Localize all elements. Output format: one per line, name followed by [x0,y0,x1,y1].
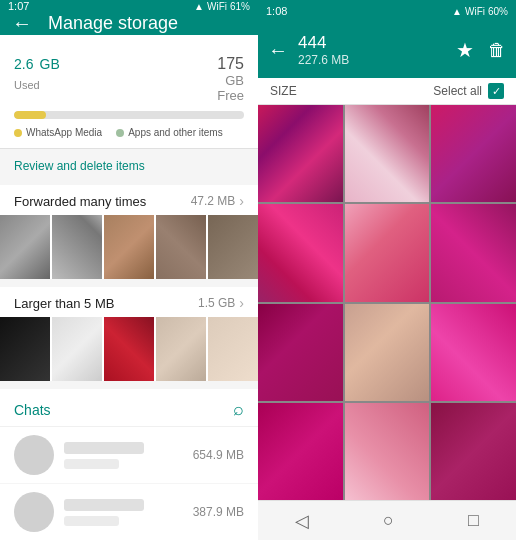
chat-info-1 [64,442,183,469]
forwarded-header: Forwarded many times 47.2 MB › [0,185,258,215]
thumb-2 [52,215,102,279]
free-storage: 175 GB Free [217,55,244,103]
forwarded-size: 47.2 MB › [191,193,244,209]
size-label: SIZE [270,84,297,98]
battery-icon-left: 61% [230,1,250,12]
signal-icon-right: ▲ [452,6,462,17]
larger-item[interactable]: Larger than 5 MB 1.5 GB › [0,287,258,381]
media-controls: SIZE Select all [258,78,516,105]
contact-info: 444 227.6 MB [298,33,446,67]
media-cell-11[interactable] [345,403,430,500]
chevron-icon-1: › [239,193,244,209]
status-icons-right: ▲ WiFi 60% [452,6,508,17]
storage-bar [14,111,244,119]
media-cell-1[interactable] [258,105,343,202]
legend-dot-whatsapp [14,129,22,137]
media-cell-3[interactable] [431,105,516,202]
star-button[interactable]: ★ [456,38,474,62]
review-section: Review and delete items [0,149,258,185]
media-cell-8[interactable] [345,304,430,401]
contact-size: 227.6 MB [298,53,446,67]
top-bar-left: ← Manage storage [0,12,258,35]
chats-title: Chats [14,402,51,418]
nav-back-right[interactable]: ◁ [295,510,309,532]
right-panel: 1:08 ▲ WiFi 60% ← 444 227.6 MB ★ 🗑 SIZE … [258,0,516,540]
top-bar-right: ← 444 227.6 MB ★ 🗑 [258,22,516,78]
status-icons-left: ▲ WiFi 61% [194,1,250,12]
wifi-icon-left: WiFi [207,1,227,12]
forwarded-item[interactable]: Forwarded many times 47.2 MB › [0,185,258,279]
chat-avatar-2 [14,492,54,532]
thumb-3 [104,215,154,279]
contact-name: 444 [298,33,446,53]
storage-bar-fill [14,111,46,119]
page-title: Manage storage [48,13,178,34]
legend-dot-apps [116,129,124,137]
thumb-1 [0,215,50,279]
media-cell-5[interactable] [345,204,430,301]
thumb-4 [156,215,206,279]
thumb-l4 [156,317,206,381]
larger-label: Larger than 5 MB [14,296,114,311]
media-grid [258,105,516,500]
storage-numbers: 2.6 GB Used 175 GB Free [14,49,244,103]
media-cell-2[interactable] [345,105,430,202]
thumb-l1 [0,317,50,381]
media-cell-12[interactable] [431,403,516,500]
thumb-l3 [104,317,154,381]
legend-whatsapp: WhatsApp Media [14,127,102,138]
chat-item-1[interactable]: 654.9 MB [0,427,258,484]
chat-name-bar-2 [64,499,144,511]
chat-item-2[interactable]: 387.9 MB [0,484,258,540]
thumb-5 [208,215,258,279]
storage-summary: 2.6 GB Used 175 GB Free WhatsApp Media [0,35,258,149]
back-button-right[interactable]: ← [268,39,288,62]
media-cell-4[interactable] [258,204,343,301]
media-cell-9[interactable] [431,304,516,401]
forwarded-label: Forwarded many times [14,194,146,209]
top-actions: ★ 🗑 [456,38,506,62]
chats-section: Chats ⌕ 654.9 MB 387.9 MB [0,389,258,540]
thumb-l2 [52,317,102,381]
nav-bar-right: ◁ ○ □ [258,500,516,540]
time-right: 1:08 [266,5,287,17]
left-panel: 1:07 ▲ WiFi 61% ← Manage storage 2.6 GB … [0,0,258,540]
used-storage: 2.6 GB Used [14,49,60,93]
media-cell-6[interactable] [431,204,516,301]
chevron-icon-2: › [239,295,244,311]
time-left: 1:07 [8,0,29,12]
status-bar-right: 1:08 ▲ WiFi 60% [258,0,516,22]
storage-legend: WhatsApp Media Apps and other items [14,127,244,138]
chats-header: Chats ⌕ [0,389,258,427]
larger-thumbnails [0,317,258,381]
select-all-checkbox[interactable] [488,83,504,99]
legend-apps: Apps and other items [116,127,223,138]
chat-size-2: 387.9 MB [193,505,244,519]
select-all-label: Select all [433,84,482,98]
signal-icon-left: ▲ [194,1,204,12]
wifi-icon-right: WiFi [465,6,485,17]
larger-size: 1.5 GB › [198,295,244,311]
status-bar-left: 1:07 ▲ WiFi 61% [0,0,258,12]
chat-info-2 [64,499,183,526]
media-cell-10[interactable] [258,403,343,500]
chat-avatar-1 [14,435,54,475]
forwarded-thumbnails [0,215,258,279]
search-icon[interactable]: ⌕ [233,399,244,420]
back-button-left[interactable]: ← [12,12,32,35]
select-all-control[interactable]: Select all [433,83,504,99]
delete-button[interactable]: 🗑 [488,40,506,61]
review-title: Review and delete items [14,159,244,173]
chat-sub-bar-2 [64,516,119,526]
nav-home-right[interactable]: ○ [383,510,394,531]
nav-recent-right[interactable]: □ [468,510,479,531]
larger-header: Larger than 5 MB 1.5 GB › [0,287,258,317]
chat-sub-bar-1 [64,459,119,469]
media-cell-7[interactable] [258,304,343,401]
battery-icon-right: 60% [488,6,508,17]
thumb-l5 [208,317,258,381]
chat-name-bar-1 [64,442,144,454]
chat-size-1: 654.9 MB [193,448,244,462]
